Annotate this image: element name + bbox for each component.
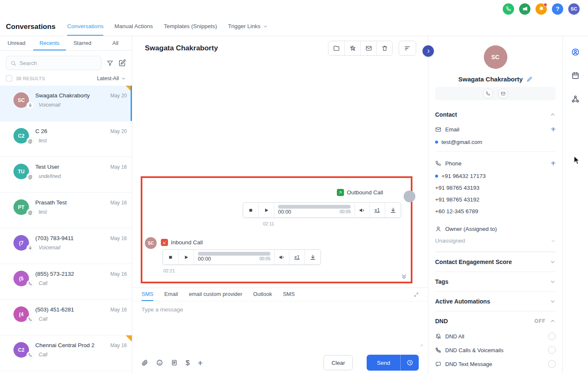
volume-button[interactable]: [274, 250, 289, 264]
mark-unread-button[interactable]: [360, 41, 376, 55]
dnd-text-toggle[interactable]: [548, 360, 556, 368]
email-value[interactable]: test@gmail.com: [435, 139, 556, 145]
collapse-panel-button[interactable]: [423, 45, 434, 57]
message-input[interactable]: [132, 301, 428, 351]
calendar-icon[interactable]: [571, 71, 580, 80]
thread-filter-button[interactable]: [399, 41, 416, 56]
filter-icon[interactable]: [107, 60, 113, 66]
scroll-to-bottom-icon[interactable]: [401, 273, 407, 280]
email-address: test@gmail.com: [441, 139, 482, 145]
search-box[interactable]: [6, 56, 102, 70]
schedule-send-button[interactable]: [400, 355, 419, 371]
conversation-item[interactable]: SC Swagata ChakrabortyMay 20Voicemail: [0, 86, 132, 121]
section-tags[interactable]: Tags: [435, 272, 556, 291]
phone-value[interactable]: +60 12-345 6789: [435, 208, 556, 214]
dialer-button[interactable]: [503, 3, 514, 15]
owner-label: Owner (Assigned to): [445, 226, 497, 232]
attachment-icon[interactable]: [142, 359, 148, 366]
stop-button[interactable]: [163, 250, 178, 264]
contact-details-icon[interactable]: [571, 48, 580, 56]
add-phone-button[interactable]: +: [551, 159, 556, 167]
tab-recents[interactable]: Recents: [33, 36, 66, 50]
playback-rate-button[interactable]: x1: [289, 250, 304, 264]
avatar: TU@: [13, 164, 29, 179]
avatar-initials: SC: [148, 241, 154, 246]
add-icon[interactable]: +: [197, 358, 202, 367]
phone-value[interactable]: +91 98765 43192: [435, 196, 556, 203]
phone-number: +91 96432 17173: [441, 173, 486, 179]
compose-icon[interactable]: [118, 59, 126, 67]
download-button[interactable]: [385, 203, 401, 217]
dnd-all-toggle[interactable]: [548, 332, 556, 340]
tab-conversations[interactable]: Conversations: [67, 18, 103, 36]
help-button[interactable]: ?: [552, 3, 563, 15]
tab-label: Unread: [8, 40, 26, 46]
channel-tab-email-custom-provider[interactable]: email custom provider: [189, 288, 242, 301]
owner-dropdown[interactable]: Unassigned: [435, 238, 556, 244]
affiliates-network-icon[interactable]: [571, 95, 580, 103]
download-button[interactable]: [304, 250, 320, 264]
chevron-down-icon: [550, 259, 556, 265]
stop-icon: [167, 254, 174, 261]
conversation-item[interactable]: C2 Chennai Central Prod 2May 16Call: [0, 335, 132, 371]
resize-handle[interactable]: [418, 342, 423, 347]
email-contact-button[interactable]: [498, 89, 508, 99]
send-button[interactable]: Send: [367, 355, 400, 371]
message-timestamp: 02:11: [263, 221, 274, 226]
announcements-button[interactable]: [519, 3, 530, 15]
tab-label: Conversations: [67, 23, 103, 29]
seek-bar[interactable]: [278, 205, 351, 209]
template-icon[interactable]: [171, 359, 178, 366]
conversation-item[interactable]: (7 (703) 783-9411May 16Voicemail: [0, 228, 132, 264]
playback-rate-button[interactable]: x1: [369, 203, 385, 217]
conversation-pane: Swagata Chakraborty: [132, 36, 428, 374]
conversation-item[interactable]: TU@ Test UserMay 16undefined: [0, 157, 132, 193]
question-icon: ?: [556, 5, 559, 12]
conversation-item[interactable]: C2@ C 26May 20test: [0, 121, 132, 157]
tab-unread[interactable]: Unread: [0, 36, 33, 50]
seek-bar[interactable]: [198, 252, 270, 256]
channel-tab-email[interactable]: Email: [164, 288, 178, 301]
user-avatar[interactable]: SC: [568, 3, 580, 15]
archive-button[interactable]: [328, 41, 344, 55]
tab-manual-actions[interactable]: Manual Actions: [114, 18, 153, 36]
duration: 00:05: [340, 209, 351, 215]
phone-value[interactable]: +91 98765 43193: [435, 185, 556, 191]
add-email-button[interactable]: +: [551, 125, 556, 133]
tab-starred[interactable]: Starred: [66, 36, 99, 50]
notifications-button[interactable]: [536, 3, 547, 15]
select-all-checkbox[interactable]: [6, 75, 12, 81]
tab-trigger-links[interactable]: Trigger Links: [228, 18, 268, 36]
payment-icon[interactable]: $: [186, 359, 189, 366]
conversation-item[interactable]: PT@ Prasath TestMay 16test: [0, 193, 132, 228]
call-contact-button[interactable]: [483, 89, 493, 99]
conversation-item[interactable]: (4 (503) 451-6281May 16Call: [0, 300, 132, 335]
play-button[interactable]: [178, 250, 194, 264]
emoji-icon[interactable]: [156, 359, 163, 366]
dnd-calls-toggle[interactable]: [548, 346, 556, 354]
stop-button[interactable]: [243, 203, 259, 217]
delete-button[interactable]: [376, 41, 392, 55]
unstar-button[interactable]: [344, 41, 360, 55]
channel-tab-outlook[interactable]: Outlook: [253, 288, 272, 301]
tab-templates-snippets[interactable]: Templates (Snippets): [164, 18, 217, 36]
expand-composer-icon[interactable]: [414, 288, 419, 301]
section-contact[interactable]: Contact: [435, 111, 556, 118]
channel-tab-sms-2[interactable]: SMS: [283, 288, 295, 301]
user-avatar-initials: SC: [571, 6, 577, 11]
conversation-item[interactable]: (5 (855) 573-2132May 16Call: [0, 264, 132, 300]
phone-icon: [27, 316, 34, 323]
phone-value[interactable]: +91 96432 17173: [435, 173, 556, 179]
sort-dropdown[interactable]: Latest-All: [97, 76, 126, 81]
section-active-automations[interactable]: Active Automations: [435, 291, 556, 311]
tab-all[interactable]: All: [99, 36, 132, 50]
edit-pencil-icon[interactable]: [527, 76, 533, 82]
clear-button[interactable]: Clear: [323, 355, 353, 370]
volume-button[interactable]: [354, 203, 369, 217]
search-input[interactable]: [19, 60, 97, 66]
send-button-group: Send: [367, 355, 419, 371]
section-contact-engagement-score[interactable]: Contact Engagement Score: [435, 252, 556, 272]
play-button[interactable]: [259, 203, 274, 217]
section-dnd[interactable]: DND OFF: [435, 311, 556, 331]
channel-tab-sms[interactable]: SMS: [142, 288, 153, 301]
